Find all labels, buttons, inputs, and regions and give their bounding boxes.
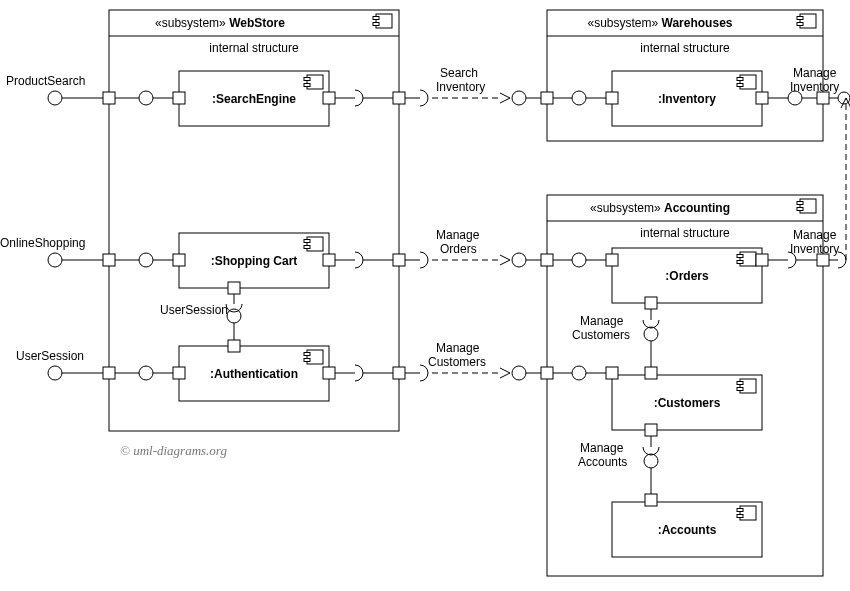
port-icon [541,92,553,104]
warehouses-stereotype: «subsystem» [588,16,659,30]
orders-label: :Orders [665,269,709,283]
component-icon [737,75,756,89]
copyright-text: © uml-diagrams.org [120,443,227,458]
shopping-cart-part: :Shopping Cart [173,233,335,294]
manage-accounts-label1: Manage [580,441,624,455]
component-icon [737,506,756,520]
svg-rect-44 [737,509,743,512]
accounting-structure: internal structure [640,226,730,240]
svg-rect-17 [304,359,310,362]
user-session-internal-label: UserSession [160,303,228,317]
component-icon [797,199,816,213]
svg-rect-12 [304,240,310,243]
manage-inventory-acc2: Inventory [790,242,839,256]
port-icon [173,92,185,104]
lollipop-icon [512,91,526,105]
search-inventory-label2: Inventory [436,80,485,94]
manage-customers-label: Manage [436,341,480,355]
search-engine-part: :SearchEngine [173,71,335,126]
accounting-stereotype: «subsystem» [590,201,661,215]
component-icon [304,350,323,364]
port-icon [645,494,657,506]
manage-orders-label: Manage [436,228,480,242]
lollipop-icon [48,253,62,267]
svg-rect-41 [737,388,743,391]
customers-part: :Customers [606,367,762,436]
svg-rect-32 [797,202,803,205]
svg-text:«subsystem» Accounting: «subsystem» Accounting [590,201,730,215]
search-engine-label: :SearchEngine [212,92,296,106]
svg-rect-33 [797,208,803,211]
port-icon [606,254,618,266]
online-shopping-label: OnlineShopping [0,236,85,250]
accounts-part: :Accounts [612,494,762,557]
socket-icon [420,252,428,268]
svg-rect-4 [373,17,379,20]
component-icon [737,252,756,266]
port-icon [541,367,553,379]
port-icon [756,92,768,104]
svg-rect-36 [737,255,743,258]
accounting-subsystem: «subsystem» Accounting internal structur… [541,195,829,576]
port-icon [228,340,240,352]
component-icon [797,14,816,28]
webstore-stereotype: «subsystem» [155,16,226,30]
svg-rect-27 [737,84,743,87]
webstore-name: WebStore [229,16,285,30]
webstore-structure: internal structure [209,41,299,55]
lollipop-icon [48,366,62,380]
svg-text:«subsystem» Warehouses: «subsystem» Warehouses [588,16,733,30]
manage-customers-internal-label1: Manage [580,314,624,328]
port-icon [173,254,185,266]
port-icon [606,367,618,379]
svg-rect-23 [797,23,803,26]
port-icon [103,254,115,266]
svg-rect-13 [304,246,310,249]
port-icon [645,424,657,436]
accounts-label: :Accounts [658,523,717,537]
inventory-part: :Inventory [606,71,768,126]
port-icon [645,367,657,379]
authentication-label: :Authentication [210,367,298,381]
manage-inventory-label2: Inventory [790,80,839,94]
customers-label: :Customers [654,396,721,410]
manage-inventory-acc1: Manage [793,228,837,242]
svg-rect-45 [737,515,743,518]
component-icon [737,379,756,393]
port-icon [103,367,115,379]
svg-rect-22 [797,17,803,20]
component-icon [304,237,323,251]
manage-inventory-label1: Manage [793,66,837,80]
product-search-label: ProductSearch [6,74,85,88]
svg-text:«subsystem» WebStore: «subsystem» WebStore [155,16,285,30]
manage-customers-label2: Customers [428,355,486,369]
port-icon [103,92,115,104]
warehouses-name: Warehouses [662,16,733,30]
authentication-part: :Authentication [173,340,335,401]
svg-rect-40 [737,382,743,385]
port-icon [173,367,185,379]
port-icon [323,367,335,379]
port-icon [393,254,405,266]
accounting-name: Accounting [664,201,730,215]
svg-rect-8 [304,78,310,81]
svg-rect-9 [304,84,310,87]
inventory-label: :Inventory [658,92,716,106]
port-icon [393,367,405,379]
lollipop-icon [48,91,62,105]
svg-rect-5 [373,23,379,26]
webstore-subsystem: «subsystem» WebStore internal structure … [103,10,405,431]
warehouses-structure: internal structure [640,41,730,55]
port-icon [756,254,768,266]
uml-diagram: «subsystem» WebStore internal structure … [0,0,850,591]
port-icon [541,254,553,266]
warehouses-subsystem: «subsystem» Warehouses internal structur… [541,10,829,141]
search-inventory-label: Search [440,66,478,80]
socket-icon [420,90,428,106]
port-icon [323,254,335,266]
port-icon [323,92,335,104]
svg-rect-37 [737,261,743,264]
component-icon [373,14,392,28]
user-session-label: UserSession [16,349,84,363]
lollipop-icon [512,366,526,380]
